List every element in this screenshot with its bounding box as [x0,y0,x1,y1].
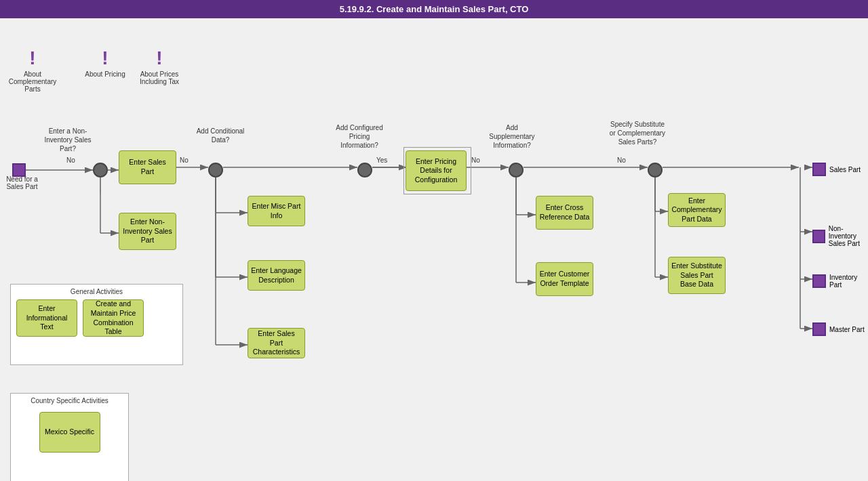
enter-substitute-box[interactable]: Enter Substitute Sales Part Base Data [668,257,726,294]
gateway-1 [93,163,108,177]
exclaim-icon-1: ! [29,49,35,68]
gw3-label: Add Configured Pricing Information? [332,123,387,150]
end-event-label-3: InventoryPart [829,274,857,289]
country-specific-container: Country Specific Activities Mexico Speci… [10,393,129,481]
exclaim-icon-2: ! [102,49,108,68]
end-event-label-1: Sales Part [829,166,861,173]
end-event-label-2: Non-InventorySales Part [829,225,868,247]
flow-label-no-4: No [617,156,626,164]
enter-misc-box[interactable]: Enter Misc Part Info [248,196,305,226]
gateway-3 [357,163,372,177]
enter-customer-order-box[interactable]: Enter Customer Order Template [536,262,593,296]
annotation-label-1: About Complementary Parts [5,70,60,93]
annotation-label-2: About Pricing [85,70,125,78]
gateway-2 [208,163,223,177]
enter-lang-box[interactable]: Enter Language Description [248,260,305,291]
page-title: 5.19.9.2. Create and Maintain Sales Part… [340,4,529,14]
country-specific-title: Country Specific Activities [11,394,128,404]
start-event-label: Need for a Sales Part [3,175,41,190]
enter-cross-ref-box[interactable]: Enter Cross Reference Data [536,196,593,230]
enter-info-text-box[interactable]: Enter Informational Text [16,299,77,337]
title-bar: 5.19.9.2. Create and Maintain Sales Part… [0,0,868,18]
annotation-complementary: ! About Complementary Parts [9,49,56,93]
flow-label-no-2: No [180,156,189,164]
end-event-icon-4 [812,322,826,336]
end-event-icon-3 [812,274,826,288]
flow-label-yes: Yes [376,156,387,164]
annotation-pricing: ! About Pricing [81,49,129,78]
create-price-combo-box[interactable]: Create and Maintain Price Combination Ta… [83,299,144,337]
end-event-non-inv: Non-InventorySales Part [812,225,868,247]
start-event [12,163,26,177]
end-event-inventory: InventoryPart [812,274,857,289]
end-event-sales-part: Sales Part [812,163,861,176]
enter-pricing-config-box[interactable]: Enter Pricing Details for Configuration [406,150,467,191]
enter-non-inv-box[interactable]: Enter Non-Inventory Sales Part [119,213,176,250]
annotation-prices-tax: ! About Prices Including Tax [136,49,183,85]
gateway-5 [648,163,663,177]
enter-char-box[interactable]: Enter Sales Part Characteristics [248,328,305,358]
gw5-label: Specify Substitute or Complementary Sale… [607,120,668,146]
enter-complementary-box[interactable]: Enter Complementary Part Data [668,193,726,227]
end-event-icon-1 [812,163,826,176]
enter-sales-part-box[interactable]: Enter Sales Part [119,150,176,184]
end-event-icon-2 [812,230,825,243]
general-activities-title: General Activities [11,285,182,295]
annotation-label-3: About Prices Including Tax [136,70,183,85]
exclaim-icon-3: ! [156,49,162,68]
end-event-master: Master Part [812,322,865,336]
mexico-specific-box[interactable]: Mexico Specific [39,412,100,453]
noninv-question-label: Enter a Non-Inventory Sales Part? [37,127,98,153]
gw2-label: Add Conditional Data? [193,127,248,144]
gw4-label: Add Supplementary Information? [485,123,539,150]
main-canvas: ! About Complementary Parts ! About Pric… [0,18,868,479]
end-event-label-4: Master Part [829,326,865,333]
general-activities-container: General Activities Enter Informational T… [10,284,183,365]
flow-label-no-3: No [471,156,480,164]
flow-label-no-1: No [66,156,75,164]
gateway-4 [509,163,524,177]
